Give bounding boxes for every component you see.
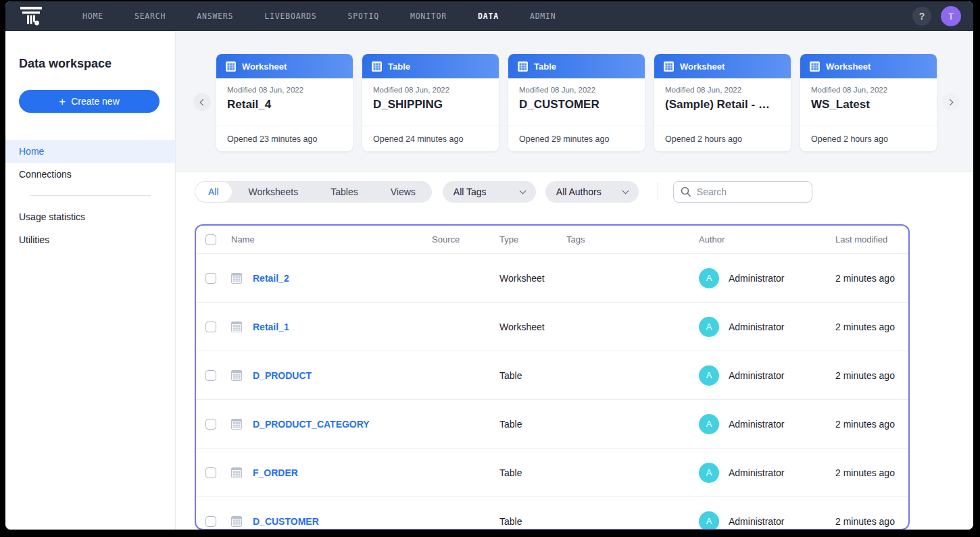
select-all-checkbox[interactable]	[205, 234, 216, 245]
table-header-row: Name Source Type Tags Author Last modifi…	[196, 226, 908, 254]
sidebar-item-connections[interactable]: Connections	[5, 163, 175, 186]
grid-table-icon	[372, 61, 382, 72]
main-content: Worksheet Modified 08 Jun, 2022 Retail_4…	[176, 31, 973, 530]
sidebar-item-usage-statistics[interactable]: Usage statistics	[5, 205, 175, 228]
card-title: D_CUSTOMER	[519, 98, 634, 111]
grid-table-icon	[231, 419, 242, 430]
recent-card-d-customer[interactable]: Table Modified 08 Jun, 2022 D_CUSTOMER O…	[508, 54, 645, 151]
card-opened-status: Opened 23 minutes ago	[216, 126, 353, 151]
author-avatar: A	[699, 511, 719, 530]
card-body: Modified 08 Jun, 2022 D_SHIPPING	[362, 78, 499, 126]
row-checkbox[interactable]	[205, 419, 216, 430]
row-checkbox[interactable]	[205, 467, 216, 478]
column-header-tags[interactable]: Tags	[566, 234, 699, 245]
nav-item-admin[interactable]: ADMIN	[530, 11, 556, 21]
card-title: WS_Latest	[811, 98, 926, 111]
row-checkbox[interactable]	[205, 370, 216, 381]
card-header: Worksheet	[216, 54, 353, 78]
card-title: Retail_4	[227, 98, 342, 111]
card-opened-status: Opened 24 minutes ago	[362, 126, 499, 151]
type-cell: Worksheet	[499, 273, 566, 284]
row-checkbox[interactable]	[205, 322, 216, 332]
object-name-link[interactable]: D_PRODUCT_CATEGORY	[253, 419, 370, 430]
author-avatar: A	[699, 463, 719, 483]
chevron-down-icon	[519, 188, 526, 195]
type-cell: Table	[499, 467, 566, 478]
card-modified-date: Modified 08 Jun, 2022	[811, 86, 926, 94]
all-tags-dropdown[interactable]: All Tags	[443, 181, 536, 203]
recent-card-d-shipping[interactable]: Table Modified 08 Jun, 2022 D_SHIPPING O…	[362, 54, 499, 151]
nav-item-search[interactable]: SEARCH	[134, 11, 166, 21]
sidebar-item-utilities[interactable]: Utilities	[5, 228, 175, 251]
segment-views[interactable]: Views	[374, 181, 432, 203]
nav-item-data[interactable]: DATA	[478, 11, 499, 21]
column-header-source[interactable]: Source	[432, 234, 499, 245]
carousel-prev-button[interactable]	[193, 93, 211, 111]
recent-card-retail-4[interactable]: Worksheet Modified 08 Jun, 2022 Retail_4…	[216, 54, 353, 151]
search-box[interactable]	[673, 181, 812, 203]
primary-nav-items: HOME SEARCH ANSWERS LIVEBOARDS SPOTIQ MO…	[82, 11, 556, 21]
nav-item-answers[interactable]: ANSWERS	[197, 11, 233, 21]
card-header: Worksheet	[654, 54, 791, 78]
card-body: Modified 08 Jun, 2022 (Sample) Retail - …	[654, 78, 791, 126]
create-new-button[interactable]: + Create new	[19, 90, 160, 113]
chevron-down-icon	[622, 188, 629, 195]
filter-divider	[658, 183, 658, 201]
logo-glyph	[20, 6, 42, 26]
object-name-link[interactable]: D_CUSTOMER	[253, 516, 319, 527]
nav-right-controls: ? T	[912, 1, 961, 31]
chevron-left-icon	[200, 99, 207, 105]
row-checkbox[interactable]	[205, 273, 216, 284]
grid-table-icon	[231, 322, 242, 332]
column-header-type[interactable]: Type	[499, 234, 566, 245]
segment-tables[interactable]: Tables	[314, 181, 374, 203]
card-title: (Sample) Retail - …	[665, 98, 780, 111]
grid-table-icon	[664, 61, 674, 72]
object-name-link[interactable]: Retail_1	[253, 322, 289, 332]
recent-items-carousel: Worksheet Modified 08 Jun, 2022 Retail_4…	[176, 31, 973, 172]
object-name-link[interactable]: Retail_2	[253, 273, 289, 284]
segment-worksheets[interactable]: Worksheets	[232, 181, 315, 203]
author-name: Administrator	[729, 322, 784, 332]
nav-item-liveboards[interactable]: LIVEBOARDS	[264, 11, 316, 21]
data-objects-table: Name Source Type Tags Author Last modifi…	[195, 224, 910, 530]
recent-card-sample-retail[interactable]: Worksheet Modified 08 Jun, 2022 (Sample)…	[654, 54, 791, 151]
table-row: Retail_1 Worksheet A Administrator 2 min…	[196, 303, 908, 351]
recent-card-ws-latest[interactable]: Worksheet Modified 08 Jun, 2022 WS_Lates…	[800, 54, 937, 151]
card-modified-date: Modified 08 Jun, 2022	[373, 86, 488, 94]
column-header-name[interactable]: Name	[231, 234, 432, 245]
last-modified-cell: 2 minutes ago	[835, 370, 908, 381]
last-modified-cell: 2 minutes ago	[835, 273, 908, 284]
last-modified-cell: 2 minutes ago	[835, 516, 908, 527]
type-cell: Worksheet	[499, 322, 566, 332]
author-name: Administrator	[729, 419, 784, 430]
chevron-right-icon	[947, 99, 954, 105]
row-checkbox[interactable]	[205, 516, 216, 527]
segment-all[interactable]: All	[195, 181, 232, 203]
card-type-label: Worksheet	[680, 61, 725, 72]
object-name-link[interactable]: D_PRODUCT	[253, 370, 312, 381]
nav-item-spotiq[interactable]: SPOTIQ	[348, 11, 379, 21]
all-authors-label: All Authors	[556, 186, 602, 197]
object-name-link[interactable]: F_ORDER	[253, 467, 298, 478]
help-button[interactable]: ?	[912, 7, 931, 26]
filter-bar: All Worksheets Tables Views All Tags All…	[195, 181, 812, 203]
search-input[interactable]	[697, 186, 798, 197]
sidebar-nav: Home Connections Usage statistics Utilit…	[5, 140, 175, 251]
page-title: Data workspace	[19, 57, 175, 71]
all-authors-dropdown[interactable]: All Authors	[545, 181, 639, 203]
column-header-author[interactable]: Author	[699, 234, 835, 245]
card-modified-date: Modified 08 Jun, 2022	[519, 86, 634, 94]
card-type-label: Worksheet	[826, 61, 871, 72]
table-row: F_ORDER Table A Administrator 2 minutes …	[196, 449, 908, 497]
carousel-next-button[interactable]	[942, 93, 960, 111]
author-avatar: A	[699, 414, 719, 434]
sidebar-item-home[interactable]: Home	[5, 140, 175, 163]
nav-item-monitor[interactable]: MONITOR	[410, 11, 447, 21]
user-avatar[interactable]: T	[941, 6, 961, 26]
nav-item-home[interactable]: HOME	[82, 11, 103, 21]
card-body: Modified 08 Jun, 2022 D_CUSTOMER	[508, 78, 645, 126]
grid-table-icon	[226, 61, 236, 72]
thoughtspot-logo-icon[interactable]	[20, 6, 43, 26]
column-header-last-modified[interactable]: Last modified	[835, 234, 908, 245]
